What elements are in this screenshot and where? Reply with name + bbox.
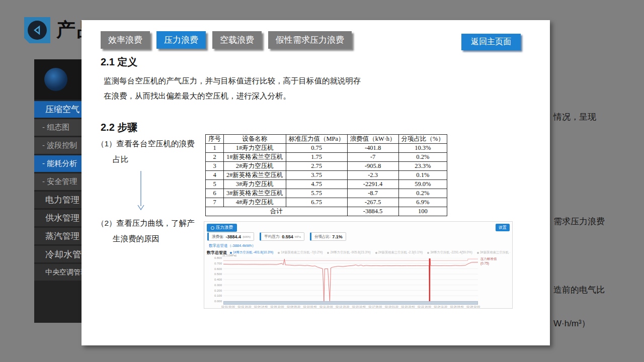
series-压力标准值 bbox=[223, 259, 478, 260]
y-tick: 0.700 bbox=[214, 262, 222, 265]
legend-text: 3#新英格索兰空压机 -8.7(0.2%) bbox=[480, 250, 510, 255]
legend-text: 1#新英格索兰空压机 -7(0.2%) bbox=[281, 250, 323, 255]
tab-bar: 效率浪费压力浪费空载浪费假性需求压力浪费 bbox=[101, 31, 352, 49]
legend-dot bbox=[427, 252, 429, 254]
link-icon bbox=[211, 226, 214, 230]
table-cell: 6.75 bbox=[286, 198, 347, 207]
table-cell: 1.75 bbox=[286, 153, 347, 162]
column-header: 分项占比（%） bbox=[398, 135, 447, 144]
stat-value: 0.554 bbox=[282, 234, 293, 239]
table-row: 42#新英格索兰空压机3.75-2.30.1% bbox=[206, 171, 447, 180]
legend-dot bbox=[278, 252, 280, 254]
x-tick: 02-15 10:40 bbox=[352, 305, 366, 308]
table-cell: -2.3 bbox=[347, 171, 398, 180]
legend-dot bbox=[375, 252, 377, 254]
table-cell: 0.2% bbox=[398, 189, 447, 198]
x-tick: 02-04 14:40 bbox=[254, 305, 268, 308]
table-cell: 2 bbox=[206, 153, 224, 162]
table-cell: -7 bbox=[347, 153, 398, 162]
legend-item-4[interactable]: 3#寿力空压机 -2291.4(59.0%) bbox=[427, 250, 472, 255]
table-cell: -267.5 bbox=[347, 198, 398, 207]
x-tick: 02-13 15:20 bbox=[336, 305, 349, 308]
screen: { "background": { "title": "产品", "fragme… bbox=[0, 0, 644, 362]
return-home-button[interactable]: 返回主页面 bbox=[461, 34, 521, 50]
stat-value: 7.1% bbox=[332, 234, 343, 239]
table-cell: 4 bbox=[206, 171, 224, 180]
table-row: 74#寿力空压机6.75-267.56.9% bbox=[206, 198, 447, 207]
tab-2[interactable]: 空载浪费 bbox=[212, 31, 262, 49]
x-tick: 02-20 20:40 bbox=[401, 305, 415, 308]
table-cell: 1#新英格索兰空压机 bbox=[224, 153, 286, 162]
table-cell: 3 bbox=[206, 162, 224, 171]
definition-heading: 2.1 定义 bbox=[101, 55, 137, 69]
legend-text: 2#寿力空压机 -905.8(23.3%) bbox=[330, 250, 370, 255]
x-tick: 02-19 01:20 bbox=[385, 305, 398, 308]
table-cell: 2#寿力空压机 bbox=[224, 162, 286, 171]
settings-button[interactable]: 设置 bbox=[496, 224, 510, 231]
back-badge[interactable] bbox=[24, 17, 50, 43]
table-row: 11#寿力空压机0.75-401.810.3% bbox=[206, 144, 447, 153]
y-tick: 0.800 bbox=[214, 256, 222, 259]
legend-item-3[interactable]: 2#新英格索兰空压机 -2.3(0.1%) bbox=[375, 250, 423, 255]
waste-table: 序号设备名称标准压力值（MPa）浪费值（kW·h）分项占比（%） 11#寿力空压… bbox=[205, 134, 447, 216]
table-cell: 1#寿力空压机 bbox=[224, 144, 286, 153]
tab-0[interactable]: 效率浪费 bbox=[101, 31, 150, 49]
x-tick: 02-10 00:40 bbox=[303, 305, 317, 308]
x-tick: 02-26 06:40 bbox=[450, 305, 464, 308]
table-row: 63#新英格索兰空压机5.75-8.70.2% bbox=[206, 189, 447, 198]
down-arrow-icon bbox=[137, 171, 145, 212]
screenshot-title-button[interactable]: 压力浪费 bbox=[207, 224, 237, 232]
series-1#寿力空压机 bbox=[223, 258, 478, 301]
legend-item-2[interactable]: 2#寿力空压机 -905.8(23.3%) bbox=[327, 250, 370, 255]
content-panel: 效率浪费压力浪费空载浪费假性需求压力浪费 返回主页面 2.1 定义 监测每台空压… bbox=[82, 20, 550, 345]
y-axis-label: 压力(MPa) bbox=[222, 253, 236, 258]
table-row: 32#寿力空压机2.75-905.823.3% bbox=[206, 162, 447, 171]
tab-3[interactable]: 假性需求压力浪费 bbox=[268, 31, 352, 49]
table-cell: -401.8 bbox=[347, 144, 398, 153]
table-row: 53#寿力空压机4.75-2291.459.0% bbox=[206, 180, 447, 189]
y-tick: 0.200 bbox=[214, 289, 222, 292]
pipeline-link[interactable]: 数字总管道（-3884.4kWh） bbox=[209, 243, 256, 248]
stat-unit: MPa bbox=[295, 235, 301, 238]
y-axis-ticks: 0.8000.7000.6000.5000.4000.3000.2000.100… bbox=[205, 258, 222, 301]
stat-value: -3884.4 bbox=[226, 234, 242, 239]
y-tick: 0.000 bbox=[214, 300, 222, 303]
table-cell: 6 bbox=[206, 189, 224, 198]
table-cell: 4#寿力空压机 bbox=[224, 198, 286, 207]
legend-dot bbox=[477, 252, 479, 254]
table-cell: 2#新英格索兰空压机 bbox=[224, 171, 286, 180]
data-zoom-slider[interactable] bbox=[223, 301, 478, 305]
table-cell: 6.9% bbox=[398, 198, 447, 207]
x-tick: 02-06 10:00 bbox=[271, 305, 284, 308]
logo-icon bbox=[44, 68, 67, 91]
steps-heading: 2.2 步骤 bbox=[101, 121, 137, 134]
x-tick: 02-28 02:00 bbox=[466, 305, 480, 308]
table-cell: 2.75 bbox=[286, 162, 347, 171]
bg-text-fragment: 需求压力浪费 bbox=[553, 216, 605, 227]
y-tick: 0.400 bbox=[214, 278, 222, 281]
y-tick: 0.500 bbox=[214, 273, 222, 276]
legend-text: 1#寿力空压机 -401.8(10.3%) bbox=[233, 250, 273, 255]
column-header: 序号 bbox=[206, 135, 224, 144]
legend-item-5[interactable]: 3#新英格索兰空压机 -8.7(0.2%) bbox=[477, 250, 510, 255]
stat-label: 浪费值: bbox=[212, 234, 224, 239]
column-header: 设备名称 bbox=[224, 135, 286, 144]
y-tick: 0.600 bbox=[214, 267, 222, 270]
stat-box-0: 浪费值:-3884.4(kWh) bbox=[207, 232, 254, 241]
table-cell: 3#新英格索兰空压机 bbox=[224, 189, 286, 198]
table-cell: 23.3% bbox=[398, 162, 447, 171]
x-tick: 02-17 06:00 bbox=[368, 305, 382, 308]
table-cell: 合计 bbox=[206, 207, 348, 216]
legend-text: 2#新英格索兰空压机 -2.3(0.1%) bbox=[378, 250, 423, 255]
legend-dot bbox=[327, 252, 329, 254]
table-row: 21#新英格索兰空压机1.75-70.2% bbox=[206, 153, 447, 162]
x-axis-ticks: 02-01 00:0002-02 16:2002-04 14:4002-06 1… bbox=[221, 305, 480, 308]
table-cell: -905.8 bbox=[347, 162, 398, 171]
stat-unit: (kWh) bbox=[243, 235, 251, 238]
table-cell: 0.2% bbox=[398, 153, 447, 162]
legend-item-1[interactable]: 1#新英格索兰空压机 -7(0.2%) bbox=[278, 250, 323, 255]
table-cell: 3#寿力空压机 bbox=[224, 180, 286, 189]
tab-1[interactable]: 压力浪费 bbox=[156, 31, 206, 49]
legend-text: 3#寿力空压机 -2291.4(59.0%) bbox=[430, 250, 472, 255]
stat-label: 平均压力: bbox=[264, 234, 280, 239]
